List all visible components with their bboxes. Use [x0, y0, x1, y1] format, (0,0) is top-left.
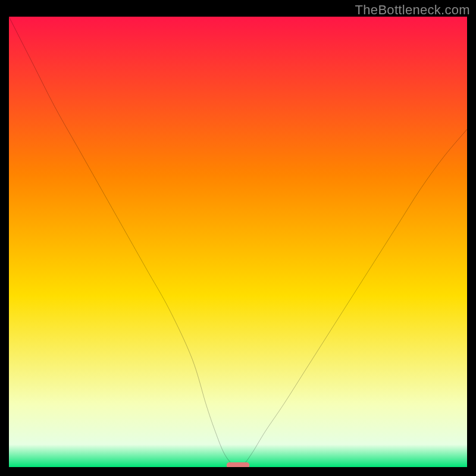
optimal-marker — [227, 462, 250, 467]
chart-plot-area — [9, 17, 467, 467]
chart-frame: TheBottleneck.com — [0, 0, 476, 476]
chart-svg — [9, 17, 467, 467]
watermark-label: TheBottleneck.com — [355, 2, 470, 18]
gradient-background — [9, 17, 467, 467]
